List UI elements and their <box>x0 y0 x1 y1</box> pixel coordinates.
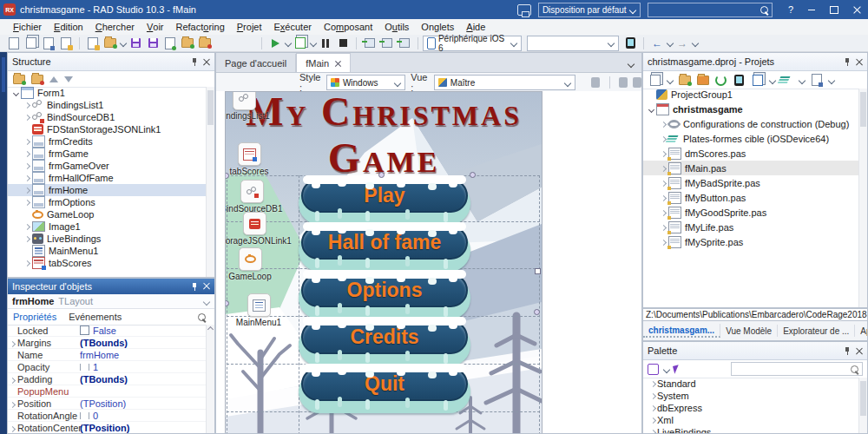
tree-expander-icon[interactable] <box>648 404 657 412</box>
tree-expander-icon[interactable] <box>23 149 31 158</box>
inspector-scrollbar[interactable] <box>206 325 214 433</box>
component-BindingsList1[interactable]: BindingsList1 <box>225 91 292 121</box>
thumbnail-view-icon[interactable] <box>591 77 600 88</box>
tree-expander-icon[interactable] <box>23 259 31 267</box>
menu-refactoring[interactable]: Refactoring <box>170 19 231 35</box>
arrow-up-icon[interactable] <box>49 76 58 82</box>
tree-item-fMyButton.pas[interactable]: fMyButton.pas <box>643 190 859 205</box>
tree-item-Form1[interactable]: Form1 <box>8 87 207 99</box>
menu-composant[interactable]: Composant <box>318 19 378 35</box>
game-button-quit[interactable]: Quit <box>301 367 468 407</box>
pin-icon[interactable] <box>193 283 196 291</box>
refresh-button[interactable] <box>714 73 727 87</box>
component-StorageJSONLink1[interactable]: StorageJSONLink1 <box>225 212 302 246</box>
tree-item-GameLoop[interactable]: GameLoop <box>8 208 207 220</box>
property-row-Padding[interactable]: Padding(TBounds) <box>8 373 207 385</box>
component-BindSourceDB1[interactable]: BindSourceDB1 <box>225 180 299 214</box>
tree-expander-icon[interactable] <box>659 223 667 232</box>
component-mode-dropdown[interactable] <box>664 366 670 372</box>
tab-evénements[interactable]: Evénements <box>69 312 122 322</box>
menu-exécuter[interactable]: Exécuter <box>268 19 318 35</box>
pin-icon[interactable] <box>193 58 196 66</box>
move-up-item-icon[interactable] <box>13 75 25 84</box>
deploy-dropdown[interactable] <box>829 77 835 83</box>
tree-item-frmOptions[interactable]: frmOptions <box>8 196 207 208</box>
new-project-button[interactable] <box>648 73 661 87</box>
open-project-dropdown[interactable] <box>121 40 127 46</box>
run-button[interactable] <box>267 36 283 50</box>
save-all-button[interactable] <box>145 36 161 50</box>
tree-expander-icon[interactable] <box>659 135 667 143</box>
tree-item-LiveBindings[interactable]: LiveBindings <box>8 233 207 245</box>
tree-expander-icon[interactable] <box>648 416 657 424</box>
editor-tab-Page d'accueil[interactable]: Page d'accueil <box>216 54 296 72</box>
tree-item-fMain.pas[interactable]: fMain.pas <box>643 161 859 175</box>
run-dropdown[interactable] <box>286 40 292 46</box>
menu-projet[interactable]: Projet <box>231 19 268 35</box>
property-value[interactable]: (TBounds) <box>80 374 207 385</box>
navigate-back-button[interactable]: ← <box>649 36 665 50</box>
tree-item-BindSourceDB1[interactable]: BindSourceDB1 <box>8 111 207 123</box>
tree-expander-icon[interactable] <box>659 149 667 158</box>
form-designer-surface[interactable]: My Christmas Game PlayHall of fameOption… <box>216 91 641 433</box>
selection-cursor-icon[interactable] <box>673 365 681 374</box>
pin-icon[interactable] <box>845 347 849 355</box>
show-units-button[interactable] <box>733 73 746 87</box>
step-over-button[interactable] <box>362 36 378 50</box>
tree-item-frmHallOfFame[interactable]: frmHallOfFame <box>8 172 207 184</box>
property-value[interactable]: False <box>80 326 207 336</box>
tree-item-fMyLife.pas[interactable]: fMyLife.pas <box>643 220 859 234</box>
ide-search-box[interactable] <box>648 3 773 17</box>
tree-expander-icon[interactable] <box>659 238 667 247</box>
structure-scrollbar[interactable] <box>206 87 214 277</box>
pause-button[interactable] <box>318 36 333 50</box>
run-until-return-button[interactable] <box>397 36 412 50</box>
tab-propriétés[interactable]: Propriétés <box>13 312 56 322</box>
editor-tab-fMain[interactable]: fMain <box>296 53 351 72</box>
minimize-button[interactable] <box>800 0 823 19</box>
arrow-down-icon[interactable] <box>64 76 73 82</box>
checkbox-icon[interactable] <box>80 326 89 335</box>
style-dropdown[interactable]: Windows <box>326 75 405 90</box>
game-button-play[interactable]: Play <box>301 179 468 219</box>
tree-expander-icon[interactable] <box>11 89 20 97</box>
menu-outils[interactable]: Outils <box>378 19 415 35</box>
desktop-layout-icon[interactable] <box>517 4 531 16</box>
property-value[interactable]: (TBounds) <box>80 338 207 348</box>
property-row-Margins[interactable]: Margins(TBounds) <box>8 337 207 349</box>
tree-expander-icon[interactable] <box>659 208 667 217</box>
menu-voir[interactable]: Voir <box>141 19 170 35</box>
tree-item-frmGame[interactable]: frmGame <box>8 148 207 160</box>
tree-expander-icon[interactable] <box>23 161 31 170</box>
dock-tab-Vue-Mod-le[interactable]: Vue Modèle <box>720 325 778 337</box>
tree-item-Image1[interactable]: Image1 <box>8 220 207 233</box>
property-row-RotationCenter[interactable]: RotationCenter(TPosition) <box>8 422 207 433</box>
close-folder-button[interactable] <box>197 36 213 50</box>
compile-button[interactable] <box>780 73 793 87</box>
open-folder-add-button[interactable] <box>180 36 195 50</box>
component-MainMenu1[interactable]: MainMenu1 <box>225 293 306 327</box>
tree-expander-icon[interactable] <box>648 379 657 388</box>
trace-into-button[interactable] <box>379 36 395 50</box>
device-manager-button[interactable] <box>622 36 638 50</box>
close-panel-icon[interactable] <box>856 58 863 65</box>
tree-item-tabScores[interactable]: tabScores <box>8 257 207 269</box>
help-button[interactable]: ? <box>788 4 793 15</box>
configuration-dropdown[interactable] <box>527 36 619 51</box>
component-GameLoop[interactable]: GameLoop <box>225 247 298 281</box>
property-value[interactable]: (TPosition) <box>80 423 207 433</box>
new-file-button[interactable] <box>6 36 22 50</box>
tree-item-Plates-formes cible (iOSDevice64)[interactable]: Plates-formes cible (iOSDevice64) <box>643 131 859 146</box>
tree-item-fMyGoodSprite.pas[interactable]: fMyGoodSprite.pas <box>643 205 859 220</box>
run-without-debug-dropdown[interactable] <box>311 40 317 46</box>
close-button[interactable] <box>845 0 868 19</box>
close-tab-icon[interactable] <box>335 60 341 66</box>
tree-expander-icon[interactable] <box>23 198 31 207</box>
property-row-Name[interactable]: NamefrmHome <box>8 349 207 361</box>
maximize-button[interactable] <box>823 0 845 19</box>
new-window-button[interactable] <box>23 36 39 50</box>
tree-item-frmHome[interactable]: frmHome <box>8 184 207 196</box>
tree-item-frmCredits[interactable]: frmCredits <box>8 135 207 148</box>
tree-item-fMyBadSprite.pas[interactable]: fMyBadSprite.pas <box>643 175 859 190</box>
menu-fichier[interactable]: Fichier <box>7 19 48 35</box>
